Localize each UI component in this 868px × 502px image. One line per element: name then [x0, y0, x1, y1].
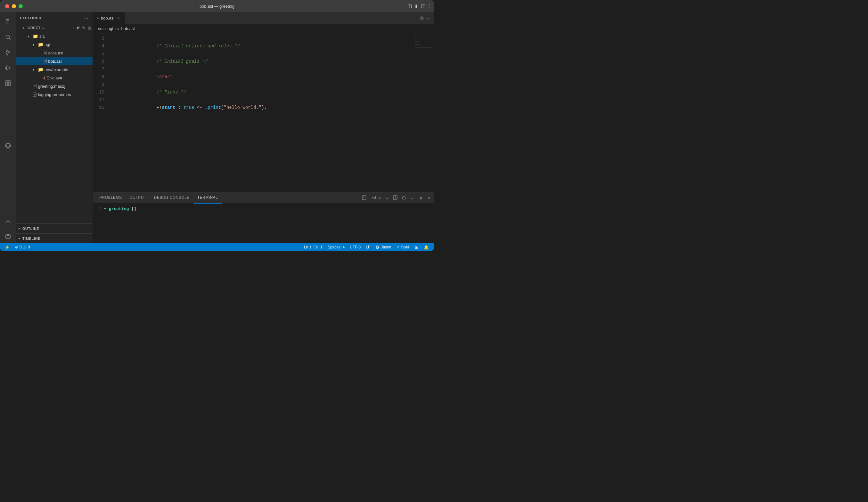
- titlebar: bob.asl — greeting ◫ ▮ ◫ ⁝: [0, 0, 434, 12]
- code-content[interactable]: /* Initial beliefs and rules */ /* Initi…: [108, 33, 413, 192]
- minimap-line: [415, 39, 417, 40]
- folder-env-example[interactable]: ▾ 📁 env/example: [16, 65, 93, 74]
- refresh-icon[interactable]: ↻: [82, 25, 85, 30]
- tab-close-button[interactable]: ×: [116, 15, 121, 21]
- new-file-icon[interactable]: +: [72, 25, 75, 30]
- line-num-3: 3: [93, 34, 104, 42]
- more-actions-button[interactable]: ···: [83, 15, 89, 21]
- new-folder-icon[interactable]: ◤: [77, 25, 80, 30]
- activity-icon-files[interactable]: [1, 15, 15, 29]
- status-left: ⚡ ⊗ 0 ⚠ 0: [2, 243, 32, 251]
- kill-terminal-icon[interactable]: [401, 195, 408, 201]
- tab-debug-console[interactable]: DEBUG CONSOLE: [150, 192, 194, 203]
- panel-close-button[interactable]: ×: [426, 195, 432, 201]
- folder-icon: 📁: [33, 34, 38, 39]
- activity-icon-run[interactable]: [1, 61, 15, 75]
- split-editor-icon[interactable]: ⧉: [420, 15, 423, 21]
- svg-point-17: [7, 235, 9, 237]
- svg-point-5: [6, 50, 8, 52]
- breadcrumb-file[interactable]: bob.asl: [121, 26, 135, 31]
- collapse-all-icon[interactable]: ▤: [87, 25, 91, 30]
- more-terminal-options[interactable]: ···: [410, 195, 416, 201]
- timeline-header[interactable]: ▸ TIMELINE: [16, 234, 93, 243]
- tab-output[interactable]: OUTPUT: [126, 192, 150, 203]
- activity-icon-search[interactable]: [1, 30, 15, 44]
- window-controls[interactable]: [5, 4, 23, 8]
- user-profile[interactable]: ⚙ Jason: [373, 243, 394, 251]
- space-colon: :: [175, 105, 183, 110]
- file-alice-asl[interactable]: ▸ ≡ alice.asl: [16, 49, 93, 57]
- more-actions-icon[interactable]: ···: [427, 15, 431, 21]
- minimap-line: [415, 43, 417, 43]
- terminal-body[interactable]: ➜ greeting []: [93, 203, 434, 243]
- minimap-lines: [413, 33, 434, 51]
- folder-src[interactable]: ▾ 📁 src: [16, 32, 93, 40]
- activity-icon-source-control[interactable]: [1, 45, 15, 60]
- workspace-actions[interactable]: + ◤ ↻ ▤: [72, 25, 93, 30]
- layout2-icon[interactable]: ▮: [415, 3, 418, 9]
- spell-check[interactable]: ✓ Spell: [394, 243, 412, 251]
- status-bar: ⚡ ⊗ 0 ⚠ 0 Ln 1, Col 1 Spaces: 4 UTF-8 LF: [0, 243, 434, 251]
- prompt-arrow-icon: ➜: [104, 206, 106, 211]
- dot-period: .: [173, 74, 175, 80]
- code-line-3: /* Initial beliefs and rules */: [113, 34, 413, 42]
- terminal-tab-bar: PROBLEMS OUTPUT DEBUG CONSOLE TERMINAL: [93, 192, 434, 203]
- minimize-button[interactable]: [12, 4, 16, 8]
- file-tree[interactable]: ▾ GREETI… + ◤ ↻ ▤ ▾ 📁 src: [16, 24, 93, 223]
- breadcrumb: src › agt › ≡ bob.asl: [93, 24, 434, 33]
- tab-terminal[interactable]: TERMINAL: [194, 192, 222, 203]
- close-button[interactable]: [5, 4, 9, 8]
- activity-icon-extensions[interactable]: [1, 76, 15, 90]
- new-terminal-icon[interactable]: [360, 194, 368, 202]
- minimap-line: [415, 38, 423, 39]
- maximize-button[interactable]: [19, 4, 23, 8]
- tab-bob-asl[interactable]: ≡ bob.asl ×: [93, 12, 125, 24]
- tab-problems[interactable]: PROBLEMS: [95, 192, 126, 203]
- layout3-icon[interactable]: ◫: [421, 3, 425, 9]
- file-env-java[interactable]: ▸ J Env.java: [16, 74, 93, 82]
- line-ending[interactable]: LF: [363, 243, 373, 251]
- minimap: [413, 33, 434, 192]
- indentation[interactable]: Spaces: 4: [325, 243, 347, 251]
- svg-rect-11: [6, 81, 8, 83]
- file-logging-properties[interactable]: ▸ ≡ logging.properties: [16, 90, 93, 98]
- spell-icon: ✓: [396, 245, 400, 250]
- chevron-right-icon: ▸: [19, 237, 21, 240]
- errors-button[interactable]: ⊗ 0 ⚠ 0: [13, 243, 32, 251]
- layout4-icon[interactable]: ⁝: [428, 3, 430, 9]
- shell-selector[interactable]: zsh ∨: [370, 195, 382, 201]
- chevron-down-icon: ∨: [378, 196, 381, 200]
- panel-collapse-up-icon[interactable]: ∧: [418, 194, 424, 201]
- app-body: EXPLORER ··· ▾ GREETI… + ◤ ↻ ▤: [0, 12, 434, 251]
- activity-icon-settings[interactable]: [1, 229, 15, 243]
- warning-count: 0: [28, 245, 30, 249]
- error-icon: ⊗: [15, 245, 18, 249]
- chevron-down-icon: ▾: [28, 34, 31, 38]
- true-kw: true: [183, 105, 194, 110]
- breadcrumb-src[interactable]: src: [98, 26, 103, 31]
- code-editor[interactable]: 3 4 5 6 7 8 9 10 11 12: [93, 33, 434, 192]
- line-num-9: 9: [93, 81, 104, 88]
- outline-header[interactable]: ▸ OUTLINE: [16, 224, 93, 233]
- remote-status[interactable]: ⊞: [412, 243, 421, 251]
- breadcrumb-agt[interactable]: agt: [107, 26, 113, 31]
- file-bob-asl[interactable]: ▸ ≡ bob.asl: [16, 57, 93, 65]
- add-terminal-button[interactable]: +: [384, 195, 390, 201]
- folder-agt[interactable]: ▾ 📁 agt: [16, 40, 93, 49]
- split-terminal-icon[interactable]: [392, 195, 399, 201]
- layout1-icon[interactable]: ◫: [407, 3, 412, 9]
- encoding[interactable]: UTF-8: [347, 243, 363, 251]
- sidebar-header-actions[interactable]: ···: [83, 15, 89, 21]
- breadcrumb-file-icon: ≡: [117, 27, 119, 31]
- notifications[interactable]: 🔔: [421, 243, 432, 251]
- activity-icon-remote[interactable]: [1, 139, 15, 153]
- comment-text: /* Initial goals */: [156, 59, 208, 64]
- svg-point-16: [7, 219, 9, 221]
- output-label: OUTPUT: [130, 195, 146, 200]
- workspace-folder[interactable]: ▾ GREETI… + ◤ ↻ ▤: [16, 24, 93, 32]
- remote-indicator[interactable]: ⚡: [2, 243, 12, 251]
- prompt-circle: [98, 207, 101, 210]
- cursor-position[interactable]: Ln 1, Col 1: [301, 243, 325, 251]
- activity-icon-account[interactable]: [1, 214, 15, 228]
- file-greeting-mas2j[interactable]: ▸ ≡ greeting.mas2j: [16, 82, 93, 90]
